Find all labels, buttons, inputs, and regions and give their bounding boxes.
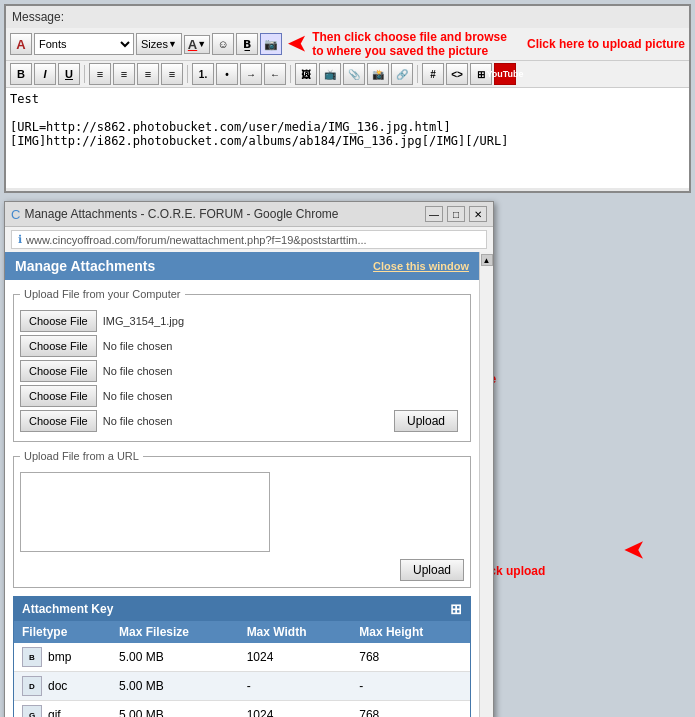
- font-icon-btn[interactable]: A: [10, 33, 32, 55]
- choose-file-btn-5[interactable]: Choose File: [20, 410, 97, 432]
- attach-btn[interactable]: 📎: [343, 63, 365, 85]
- attach-row-0: B bmp 5.00 MB 1024 768: [14, 643, 470, 672]
- toolbar-sep4: [417, 65, 418, 83]
- manage-body: Upload File from your Computer Choose Fi…: [5, 280, 479, 717]
- close-window-link[interactable]: Close this window: [373, 260, 469, 272]
- chrome-addressbar: ℹ www.cincyoffroad.com/forum/newattachme…: [11, 230, 487, 249]
- toolbar-sep3: [290, 65, 291, 83]
- upload-picture-btn[interactable]: 📷: [260, 33, 282, 55]
- filetype-name-0: bmp: [48, 650, 71, 664]
- toolbar-sep2: [187, 65, 188, 83]
- ol-btn[interactable]: 1.: [192, 63, 214, 85]
- align-right-btn[interactable]: ≡: [137, 63, 159, 85]
- upload-area: 📷 ➤ Then click choose file and browse to…: [260, 30, 521, 58]
- bold-btn2[interactable]: B: [10, 63, 32, 85]
- chrome-restore-btn[interactable]: □: [447, 206, 465, 222]
- font-color-btn[interactable]: A ▼: [184, 35, 210, 54]
- italic-btn[interactable]: I: [34, 63, 56, 85]
- media-btn[interactable]: 📺: [319, 63, 341, 85]
- col-maxsize: Max Filesize: [111, 621, 239, 643]
- chrome-controls: — □ ✕: [425, 206, 487, 222]
- photo-btn[interactable]: 📸: [367, 63, 389, 85]
- editor-wrapper: Message: A Fonts Sizes ▼ A ▼ ☺ B̲ 📷: [4, 4, 691, 193]
- attachment-table: Filetype Max Filesize Max Width Max Heig…: [14, 621, 470, 717]
- link-btn[interactable]: 🔗: [391, 63, 413, 85]
- editor-textarea[interactable]: Test [URL=http://s862.photobucket.com/us…: [6, 88, 689, 188]
- window-content-wrapper: Manage Attachments Close this window Upl…: [5, 252, 493, 717]
- cell-height-0: 768: [351, 643, 470, 672]
- sizes-btn[interactable]: Sizes ▼: [136, 33, 182, 55]
- emoji-btn[interactable]: ☺: [212, 33, 234, 55]
- file-row-4: Choose File No file chosen: [20, 385, 464, 407]
- attach-key-header: Attachment Key ⊞: [14, 597, 470, 621]
- outdent-btn[interactable]: ←: [264, 63, 286, 85]
- attach-key-title: Attachment Key: [22, 602, 113, 616]
- chrome-titlebar: C Manage Attachments - C.O.R.E. FORUM - …: [5, 202, 493, 227]
- col-filetype: Filetype: [14, 621, 111, 643]
- main-container: Message: A Fonts Sizes ▼ A ▼ ☺ B̲ 📷: [0, 0, 695, 717]
- cell-height-1: -: [351, 672, 470, 701]
- underline-btn[interactable]: U: [58, 63, 80, 85]
- col-maxheight: Max Height: [351, 621, 470, 643]
- filetype-name-2: gif: [48, 708, 61, 717]
- upload-computer-section: Upload File from your Computer Choose Fi…: [13, 288, 471, 442]
- cell-width-0: 1024: [239, 643, 352, 672]
- chrome-minimize-btn[interactable]: —: [425, 206, 443, 222]
- img-icon-btn[interactable]: 🖼: [295, 63, 317, 85]
- file-name-2: No file chosen: [103, 340, 173, 352]
- file-row-2: Choose File No file chosen: [20, 335, 464, 357]
- align-justify-btn[interactable]: ≡: [161, 63, 183, 85]
- attach-row-1: D doc 5.00 MB - -: [14, 672, 470, 701]
- fonts-select[interactable]: Fonts: [34, 33, 134, 55]
- ul-btn[interactable]: •: [216, 63, 238, 85]
- cell-width-1: -: [239, 672, 352, 701]
- manage-title: Manage Attachments: [15, 258, 155, 274]
- info-icon: ℹ: [18, 233, 22, 246]
- align-left-btn[interactable]: ≡: [89, 63, 111, 85]
- upload-computer-btn[interactable]: Upload: [394, 410, 458, 432]
- cell-size-0: 5.00 MB: [111, 643, 239, 672]
- choose-file-btn-4[interactable]: Choose File: [20, 385, 97, 407]
- chrome-close-btn[interactable]: ✕: [469, 206, 487, 222]
- cell-filetype-0: B bmp: [14, 643, 111, 672]
- col-maxwidth: Max Width: [239, 621, 352, 643]
- cell-size-2: 5.00 MB: [111, 701, 239, 718]
- indent-btn[interactable]: →: [240, 63, 262, 85]
- youtube-btn[interactable]: YouTube: [494, 63, 516, 85]
- code-btn[interactable]: <>: [446, 63, 468, 85]
- upload-arrow: ➤: [288, 31, 306, 57]
- file-icon-2: G: [22, 705, 42, 717]
- file-row-3: Choose File No file chosen: [20, 360, 464, 382]
- click-upload-annotation: Click here to upload picture: [527, 37, 685, 51]
- upload-computer-legend: Upload File from your Computer: [20, 288, 185, 300]
- file-name-5: No file chosen: [103, 415, 173, 427]
- file-name-1: IMG_3154_1.jpg: [103, 315, 184, 327]
- url-upload-row: Upload: [20, 559, 464, 581]
- cell-filetype-2: G gif: [14, 701, 111, 718]
- align-center-btn[interactable]: ≡: [113, 63, 135, 85]
- bold-btn[interactable]: B̲: [236, 33, 258, 55]
- hash-btn[interactable]: #: [422, 63, 444, 85]
- url-textarea[interactable]: [20, 472, 270, 552]
- chrome-window-title: Manage Attachments - C.O.R.E. FORUM - Go…: [24, 207, 338, 221]
- cell-size-1: 5.00 MB: [111, 672, 239, 701]
- toolbar-sep1: [84, 65, 85, 83]
- scrollbar[interactable]: ▲ ▼: [479, 252, 493, 717]
- choose-file-btn-1[interactable]: Choose File: [20, 310, 97, 332]
- attach-key-icon: ⊞: [450, 601, 462, 617]
- file-icon-0: B: [22, 647, 42, 667]
- chrome-title-text: C Manage Attachments - C.O.R.E. FORUM - …: [11, 207, 339, 222]
- attachment-key-section: Attachment Key ⊞ Filetype Max Filesize M…: [13, 596, 471, 717]
- modal-area: C Manage Attachments - C.O.R.E. FORUM - …: [4, 201, 691, 717]
- cell-height-2: 768: [351, 701, 470, 718]
- upload-url-btn[interactable]: Upload: [400, 559, 464, 581]
- choose-file-btn-3[interactable]: Choose File: [20, 360, 97, 382]
- file-icon-1: D: [22, 676, 42, 696]
- choose-file-btn-2[interactable]: Choose File: [20, 335, 97, 357]
- filetype-name-1: doc: [48, 679, 67, 693]
- upload-url-legend: Upload File from a URL: [20, 450, 143, 462]
- upload-url-section: Upload File from a URL Upload: [13, 450, 471, 588]
- cell-width-2: 1024: [239, 701, 352, 718]
- scroll-up-btn[interactable]: ▲: [481, 254, 493, 266]
- address-text: www.cincyoffroad.com/forum/newattachment…: [26, 234, 367, 246]
